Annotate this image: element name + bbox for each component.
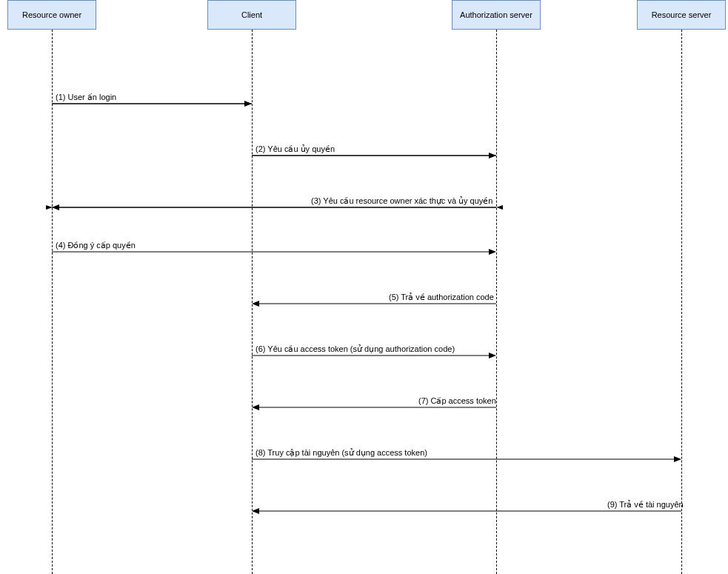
svg-marker-13 [489, 353, 496, 358]
arrows-svg-main [0, 0, 728, 574]
message-4-label: (4) Đồng ý cấp quyền [56, 241, 136, 250]
svg-marker-15 [252, 404, 259, 410]
message-8-label: (8) Truy cập tài nguyên (sử dụng access … [256, 448, 427, 458]
svg-marker-7 [52, 204, 59, 210]
participant-authorization-server: Authorization server [452, 0, 541, 30]
message-6-label: (6) Yêu cầu access token (sử dụng author… [256, 344, 455, 354]
arrows-svg [0, 0, 728, 574]
lifeline-resource-owner [52, 30, 53, 574]
svg-marker-17 [674, 456, 681, 462]
message-7-label: (7) Cấp access token [418, 396, 496, 406]
message-3-label: (3) Yêu cầu resource owner xác thực và ủ… [311, 196, 492, 206]
participant-client-label: Client [241, 10, 262, 19]
message-9-label: (9) Trả về tài nguyên [607, 500, 684, 510]
participant-resource-server: Resource server [637, 0, 726, 30]
lifeline-client [252, 30, 253, 574]
lifeline-resource-server [681, 30, 682, 574]
svg-marker-19 [252, 508, 259, 514]
participant-resource-owner-label: Resource owner [22, 10, 81, 19]
message-1-label: (1) User ấn login [56, 93, 116, 102]
message-5-label: (5) Trả về authorization code [389, 293, 494, 302]
participant-authorization-server-label: Authorization server [460, 10, 532, 19]
message-2-label: (2) Yêu cầu ủy quyền [256, 144, 335, 154]
svg-rect-1 [0, 0, 728, 574]
svg-marker-5 [489, 153, 496, 158]
svg-marker-9 [489, 249, 496, 255]
svg-marker-3 [244, 101, 252, 107]
participant-resource-server-label: Resource server [652, 10, 712, 19]
svg-marker-11 [252, 301, 259, 307]
participant-resource-owner: Resource owner [7, 0, 96, 30]
participant-client: Client [207, 0, 296, 30]
lifeline-authorization-server [496, 30, 497, 574]
